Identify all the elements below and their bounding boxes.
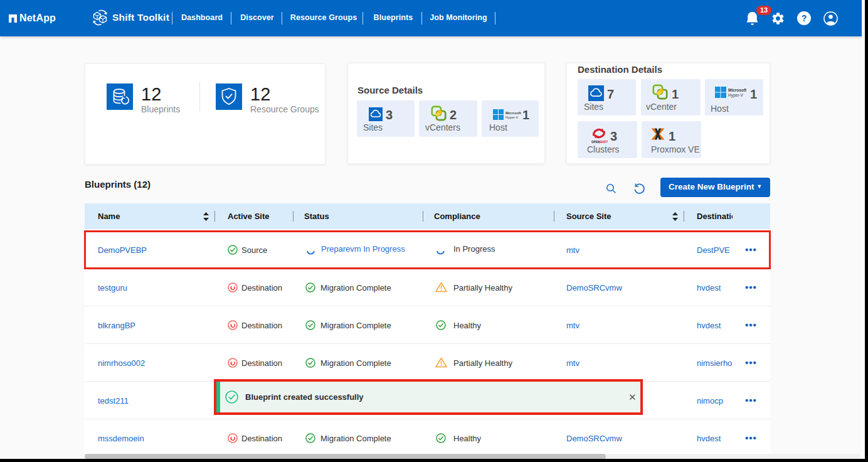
svg-text:OPENSHIFT: OPENSHIFT [591,141,608,144]
svg-text:?: ? [802,13,807,23]
svg-text:Hyper-V: Hyper-V [728,93,744,98]
svg-text:Hyper-V: Hyper-V [505,115,519,119]
svg-text:Microsoft: Microsoft [505,111,521,115]
svg-text:Microsoft: Microsoft [728,88,746,92]
